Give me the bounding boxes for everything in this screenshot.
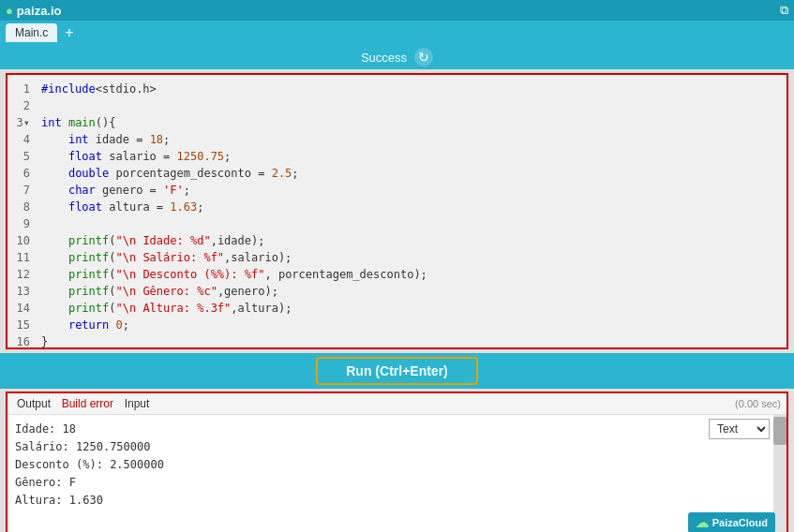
output-line: Idade: 18 [15, 421, 697, 438]
tab-input[interactable]: Input [121, 395, 154, 412]
code-area[interactable]: #include<stdio.h> int main(){ int idade … [34, 75, 787, 347]
tab-build-error[interactable]: Build error [58, 395, 117, 412]
output-text: Idade: 18 Salário: 1250.750000 Desconto … [7, 415, 705, 532]
line-numbers: 1 2 3▾ 4 5 6 7 8 9 10 11 12 13 14 15 16 [7, 75, 34, 347]
paiza-cloud-badge[interactable]: ☁ PaizaCloud [688, 512, 775, 532]
external-link-icon[interactable]: ⧉ [780, 3, 788, 18]
paiza-cloud-label: PaizaCloud [712, 517, 768, 528]
logo-icon: ● [6, 4, 13, 18]
output-line: Salário: 1250.750000 [15, 438, 697, 456]
top-bar: ● paiza.io ⧉ [0, 0, 794, 21]
output-scrollbar[interactable] [773, 415, 787, 532]
scrollbar-thumb[interactable] [773, 417, 787, 445]
output-panel: Output Build error Input (0.00 sec) Idad… [6, 392, 788, 532]
code-editor: 1 2 3▾ 4 5 6 7 8 9 10 11 12 13 14 15 16 … [6, 73, 788, 349]
run-area: Run (Ctrl+Enter) [0, 353, 794, 389]
paiza-cloud-logo[interactable]: ☁ PaizaCloud [688, 512, 775, 532]
output-line: Altura: 1.630 [15, 492, 697, 510]
status-text: Success [361, 51, 407, 65]
refresh-button[interactable]: ↻ [414, 48, 433, 66]
output-format-select[interactable]: Text Binary [709, 419, 770, 439]
output-line: Desconto (%): 2.500000 [15, 456, 697, 474]
output-body: Idade: 18 Salário: 1250.750000 Desconto … [7, 415, 787, 532]
refresh-icon: ↻ [418, 50, 429, 65]
tab-output[interactable]: Output [13, 395, 54, 412]
output-tabs: Output Build error Input (0.00 sec) [7, 393, 787, 415]
output-time: (0.00 sec) [735, 398, 781, 409]
logo-text: paiza.io [17, 4, 62, 18]
run-button[interactable]: Run (Ctrl+Enter) [316, 357, 478, 385]
logo-area: ● paiza.io [6, 4, 62, 18]
status-bar: Success ↻ [0, 45, 794, 69]
cloud-icon: ☁ [696, 515, 709, 530]
add-tab-button[interactable]: + [61, 24, 77, 41]
main-tab[interactable]: Main.c [6, 23, 57, 42]
output-line: Gênero: F [15, 474, 697, 492]
tab-bar: Main.c + [0, 21, 794, 45]
